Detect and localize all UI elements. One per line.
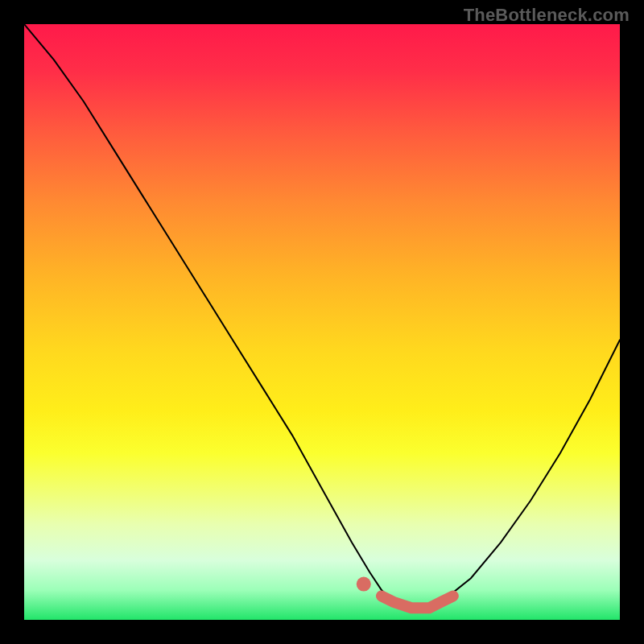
curve-highlight-segment [382, 596, 453, 608]
chart-svg [24, 24, 620, 620]
bottleneck-curve [24, 24, 620, 608]
curve-highlight-dot [357, 577, 371, 592]
chart-plot-area [24, 24, 620, 620]
watermark-text: TheBottleneck.com [464, 5, 630, 26]
